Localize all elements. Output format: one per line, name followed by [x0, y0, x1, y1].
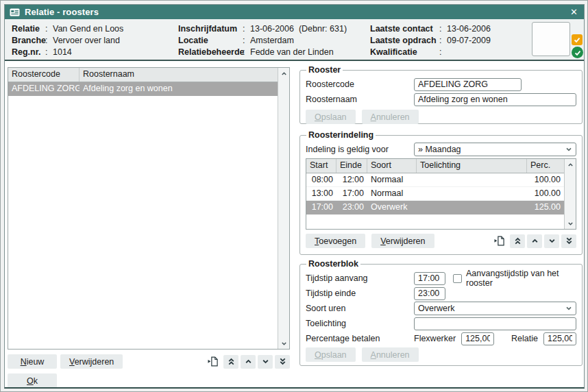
info-column-3: Laatste contact:13-06-2006 Laatste opdra…: [370, 23, 531, 60]
toelichting-label: Toelichting: [306, 319, 414, 328]
roster-list-row[interactable]: AFDELING ZORG Afdeling zorg en wonen: [8, 82, 278, 96]
rooster-legend: Rooster: [306, 65, 343, 75]
info-laatste-contact: Laatste contact:13-06-2006: [370, 23, 531, 35]
roosterblok-legend: Roosterblok: [306, 259, 360, 269]
scroll-down-icon[interactable]: [565, 218, 576, 229]
percentage-betalen-label: Percentage betalen: [306, 334, 414, 343]
indeling-table-scrollbar[interactable]: [564, 159, 576, 229]
select-chevron-icon: [565, 146, 572, 153]
relatie-roosters-dialog: Relatie - roosters ✕ Relatie:Van Gend en…: [4, 4, 585, 389]
column-header-roosternaam: Roosternaam: [79, 68, 278, 82]
scroll-down-icon[interactable]: [278, 338, 289, 349]
info-inschrijfdatum: Inschrijfdatum:13-06-2006 (Debnr: 631): [178, 23, 370, 35]
column-header-toelichting: Toelichting: [417, 159, 527, 173]
goto-record-button[interactable]: [205, 355, 221, 369]
info-column-1: Relatie:Van Gend en Loos Branche:Vervoer…: [12, 23, 178, 60]
close-button[interactable]: ✕: [570, 8, 578, 16]
info-kwalificatie: Kwalificatie:: [370, 47, 531, 58]
cancel-roosterblok-button[interactable]: Annuleren: [362, 347, 419, 362]
window-title: Relatie - roosters: [25, 7, 99, 17]
valid-for-label: Indeling is geldig voor: [306, 145, 414, 154]
double-chevron-down-icon: [565, 236, 573, 245]
roosterindeling-legend: Roosterindeling: [306, 130, 376, 140]
indeling-table-header: Start Einde Soort Toelichting Perc.: [306, 159, 564, 173]
roosternaam-input[interactable]: [414, 93, 576, 106]
ok-button[interactable]: Ok: [8, 373, 57, 388]
move-up-button[interactable]: [527, 234, 542, 248]
scroll-up-icon[interactable]: [278, 68, 289, 79]
double-chevron-up-icon: [514, 236, 522, 245]
indeling-nav-group: [491, 234, 576, 248]
tijdstip-aanvang-input[interactable]: [414, 272, 445, 285]
tijdstip-aanvang-label: Tijdstip aanvang: [306, 273, 414, 283]
column-header-soort: Soort: [367, 159, 417, 173]
roster-list-header: Roostercode Roosternaam: [8, 68, 278, 82]
indeling-row-selected[interactable]: 17:00 23:00 Overwerk 125.00: [306, 201, 564, 215]
titlebar: Relatie - roosters ✕: [5, 5, 584, 19]
save-rooster-button[interactable]: Opslaan: [306, 110, 356, 124]
roster-list-panel: Roostercode Roosternaam AFDELING ZORG Af…: [8, 67, 290, 388]
add-indeling-button[interactable]: Toevoegen: [306, 234, 365, 248]
column-header-perc: Perc.: [527, 159, 564, 173]
soort-uren-select[interactable]: Overwerk: [414, 302, 576, 315]
new-roster-button[interactable]: Nieuw: [8, 354, 57, 369]
contact-card-icon: [10, 8, 20, 16]
move-down-button[interactable]: [258, 355, 273, 369]
roster-list-buttons: Nieuw Verwijderen: [8, 354, 290, 369]
delete-roster-button[interactable]: Verwijderen: [60, 354, 123, 369]
scroll-up-icon[interactable]: [565, 159, 576, 170]
move-bottom-button[interactable]: [275, 355, 290, 369]
goto-record-button[interactable]: [491, 234, 508, 248]
move-down-button[interactable]: [544, 234, 559, 248]
tijdstip-einde-input[interactable]: [414, 287, 445, 300]
soort-uren-label: Soort uren: [306, 304, 414, 313]
indeling-table: Start Einde Soort Toelichting Perc. 08:0…: [306, 158, 576, 230]
indeling-row[interactable]: 13:00 17:00 Normaal 100.00: [306, 187, 564, 201]
save-roosterblok-button[interactable]: Opslaan: [306, 347, 356, 362]
flexwerker-label: Flexwerker: [414, 334, 456, 343]
select-chevron-icon: [565, 305, 572, 312]
toelichting-input[interactable]: [414, 317, 576, 330]
chevron-down-icon: [262, 358, 269, 365]
cancel-rooster-button[interactable]: Annuleren: [362, 110, 419, 124]
goto-record-icon: [208, 356, 219, 367]
roster-list-scrollbar[interactable]: [278, 68, 289, 349]
main-area: Roostercode Roosternaam AFDELING ZORG Af…: [5, 61, 584, 387]
move-top-button[interactable]: [510, 234, 525, 248]
double-chevron-up-icon: [228, 357, 235, 366]
delete-indeling-button[interactable]: Verwijderen: [371, 234, 434, 248]
flexwerker-percentage-input[interactable]: [461, 332, 494, 345]
photo-placeholder: [532, 22, 570, 56]
move-top-button[interactable]: [223, 355, 238, 369]
relatie-percentage-input[interactable]: [543, 332, 576, 345]
info-relatie: Relatie:Van Gend en Loos: [12, 23, 178, 35]
info-locatie: Locatie:Amsterdam: [178, 35, 370, 47]
info-relatiebeheerder: Relatiebeheerde:Fedde van der Linden: [178, 47, 370, 58]
roster-list: Roostercode Roosternaam AFDELING ZORG Af…: [8, 67, 290, 350]
orange-check-icon[interactable]: [572, 34, 583, 45]
status-icons: [572, 34, 583, 58]
aanvangstijdstip-checkbox[interactable]: [453, 274, 462, 283]
valid-for-select[interactable]: » Maandag: [414, 143, 576, 156]
indeling-row[interactable]: 08:00 12:00 Normaal 100.00: [306, 173, 564, 187]
roosternaam-label: Roosternaam: [306, 95, 414, 104]
roostercode-input[interactable]: [414, 78, 522, 91]
move-up-button[interactable]: [241, 355, 256, 369]
goto-record-icon: [494, 236, 505, 246]
move-bottom-button[interactable]: [561, 234, 576, 248]
info-column-2: Inschrijfdatum:13-06-2006 (Debnr: 631) L…: [178, 23, 370, 60]
column-header-start: Start: [306, 159, 336, 173]
aanvangstijdstip-checkbox-label: Aanvangstijdstip van het rooster: [466, 269, 576, 288]
roosterblok-group: Roosterblok Tijdstip aanvang Aanvangstij…: [299, 259, 583, 366]
chevron-up-icon: [531, 237, 539, 245]
relatie-label: Relatie: [511, 334, 538, 343]
relation-info-header: Relatie:Van Gend en Loos Branche:Vervoer…: [5, 19, 584, 61]
info-laatste-opdracht: Laatste opdrach:09-07-2009: [370, 35, 531, 47]
double-chevron-down-icon: [279, 357, 286, 366]
green-check-icon[interactable]: [572, 47, 583, 58]
window-frame: Relatie - roosters ✕ Relatie:Van Gend en…: [0, 0, 588, 392]
roster-nav-group: [205, 355, 290, 369]
roostercode-label: Roostercode: [306, 79, 414, 89]
detail-panel: Rooster Roostercode Roosternaam Opslaan …: [299, 61, 583, 366]
column-header-einde: Einde: [336, 159, 367, 173]
